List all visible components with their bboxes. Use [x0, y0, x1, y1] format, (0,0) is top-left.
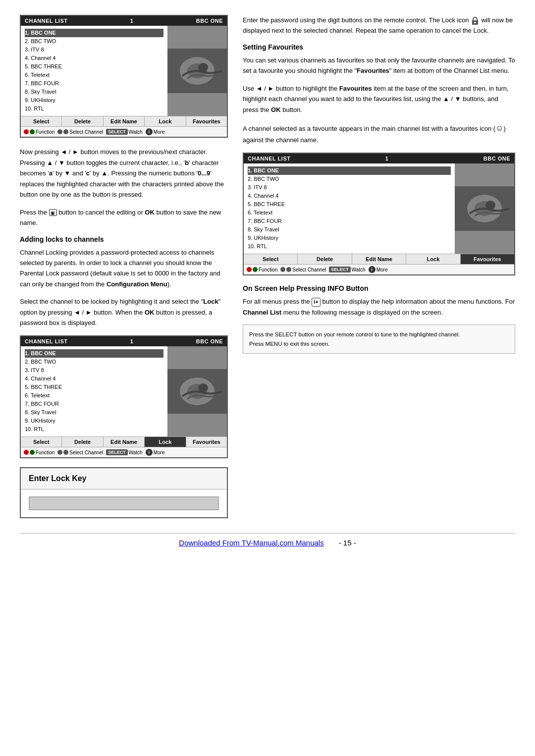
info-btn-icon: i+: [312, 298, 320, 306]
channel-item-3-10[interactable]: 10. RTL: [248, 242, 451, 251]
lock-button-2[interactable]: Lock: [145, 437, 186, 447]
channel-nav-2: Function Select Channel SELECT Watch i M…: [21, 447, 227, 457]
channel-item-1-8[interactable]: 8. Sky Travel: [25, 88, 163, 96]
channel-item-3-8[interactable]: 8. Sky Travel: [248, 225, 451, 234]
edit-name-button-1[interactable]: Edit Name: [104, 116, 145, 126]
delete-button-3[interactable]: Delete: [298, 254, 352, 264]
channel-item-1-10[interactable]: 10. RTL: [25, 105, 163, 113]
favourites-button-3[interactable]: Favourites: [461, 254, 514, 264]
channel-item-3-3[interactable]: 3. ITV 8: [248, 183, 451, 192]
page-number: - 15 -: [339, 539, 356, 547]
channel-footer-3: Select Delete Edit Name Lock Favourites …: [244, 254, 514, 274]
footer-link[interactable]: Downloaded From TV-Manual.com Manuals: [179, 539, 323, 547]
para2: Press the ▣ button to cancel the editing…: [20, 207, 228, 228]
channel-nav-1: Function Select Channel SELECT Watch i M…: [21, 127, 227, 137]
nav-select-channel-3: Select Channel: [280, 267, 326, 272]
circle-red-3: [247, 267, 252, 272]
channel-header-2: CHANNEL LIST 1 BBC ONE: [21, 336, 227, 346]
svg-rect-11: [474, 22, 476, 23]
select-badge-1: SELECT: [106, 129, 128, 135]
channel-thumb-2: [167, 346, 227, 436]
nav-more-3: i More: [369, 266, 388, 273]
channel-footer-2: Select Delete Edit Name Lock Favourites …: [21, 436, 227, 457]
enter-lock-box: Enter Lock Key: [20, 467, 228, 518]
channel-body-2: 1. BBC ONE 2. BBC TWO 3. ITV 8 4. Channe…: [21, 346, 227, 436]
channel-item-3-7[interactable]: 7. BBC FOUR: [248, 217, 451, 225]
channel-item-2-5[interactable]: 5. BBC THREE: [25, 383, 163, 391]
nav-select-channel-1: Select Channel: [57, 129, 103, 135]
channel-list-label-3: CHANNEL LIST: [248, 156, 290, 162]
channel-item-3-9[interactable]: 9. UKHistory: [248, 234, 451, 242]
channel-item-1-2[interactable]: 2. BBC TWO: [25, 37, 163, 46]
nav-more-1: i More: [146, 128, 165, 135]
channel-item-3-6[interactable]: 6. Teletext: [248, 209, 451, 217]
channel-item-2-8[interactable]: 8. Sky Travel: [25, 408, 163, 417]
lock-button-1[interactable]: Lock: [145, 116, 186, 126]
channel-list-1: 1. BBC ONE 2. BBC TWO 3. ITV 8 4. Channe…: [21, 26, 167, 116]
info-icon-2: i: [146, 449, 153, 456]
edit-name-button-2[interactable]: Edit Name: [104, 437, 145, 447]
select-button-3[interactable]: Select: [244, 254, 298, 264]
nav-watch-2: SELECT Watch: [106, 449, 142, 455]
section1-heading: Adding locks to channels: [20, 235, 228, 243]
left-column: CHANNEL LIST 1 BBC ONE 1. BBC ONE 2. BBC…: [20, 15, 228, 518]
channel-thumb-3: [455, 163, 514, 254]
delete-button-1[interactable]: Delete: [62, 116, 103, 126]
favourites-button-1[interactable]: Favourites: [186, 116, 227, 126]
info-icon-3: i: [369, 266, 375, 273]
channel-item-1-3[interactable]: 3. ITV 8: [25, 46, 163, 54]
channel-item-3-1[interactable]: 1. BBC ONE: [248, 166, 451, 175]
delete-button-2[interactable]: Delete: [62, 437, 103, 447]
channel-item-2-10[interactable]: 10. RTL: [25, 425, 163, 433]
channel-item-3-2[interactable]: 2. BBC TWO: [248, 175, 451, 183]
select-badge-2: SELECT: [106, 449, 128, 455]
section2-para3: A channel selected as a favourite appear…: [243, 122, 515, 146]
channel-buttons-3: Select Delete Edit Name Lock Favourites: [244, 254, 514, 265]
select-button-1[interactable]: Select: [21, 116, 62, 126]
channel-item-2-3[interactable]: 3. ITV 8: [25, 366, 163, 375]
circle-green-2: [30, 450, 35, 455]
channel-item-3-5[interactable]: 5. BBC THREE: [248, 200, 451, 209]
enter-lock-title: Enter Lock Key: [21, 468, 227, 489]
channel-body-3: 1. BBC ONE 2. BBC TWO 3. ITV 8 4. Channe…: [244, 163, 514, 254]
circle-3: [57, 450, 62, 455]
channel-item-1-9[interactable]: 9. UKHistory: [25, 96, 163, 105]
select-button-2[interactable]: Select: [21, 437, 62, 447]
channel-footer-1: Select Delete Edit Name Lock Favourites …: [21, 116, 227, 137]
enter-lock-input-area: [21, 489, 227, 517]
channel-item-1-1[interactable]: 1. BBC ONE: [25, 29, 163, 37]
lock-button-3[interactable]: Lock: [406, 254, 460, 264]
info-help-box: Press the SELECT button on your remote c…: [243, 324, 515, 354]
section3-para1: For all menus press the i+ button to dis…: [243, 296, 515, 318]
channel-item-1-4[interactable]: 4. Channel 4: [25, 54, 163, 62]
channel-number-3: 1: [385, 156, 389, 162]
smiley-icon: ☺: [495, 122, 503, 135]
favourites-button-2[interactable]: Favourites: [186, 437, 227, 447]
channel-buttons-1: Select Delete Edit Name Lock Favourites: [21, 116, 227, 127]
channel-item-2-7[interactable]: 7. BBC FOUR: [25, 400, 163, 408]
channel-box-2: CHANNEL LIST 1 BBC ONE 1. BBC ONE 2. BBC…: [20, 335, 228, 458]
menu-icon: ▣: [49, 209, 57, 216]
lock-key-input[interactable]: [29, 496, 219, 510]
section1-para1: Channel Locking provides a password-prot…: [20, 247, 228, 290]
channel-item-2-9[interactable]: 9. UKHistory: [25, 417, 163, 425]
channel-list-label-2: CHANNEL LIST: [25, 338, 67, 344]
edit-name-button-3[interactable]: Edit Name: [352, 254, 406, 264]
channel-item-1-6[interactable]: 6. Teletext: [25, 71, 163, 79]
channel-item-3-4[interactable]: 4. Channel 4: [248, 192, 451, 200]
circle-6: [286, 267, 291, 272]
channel-item-1-7[interactable]: 7. BBC FOUR: [25, 79, 163, 88]
channel-item-2-1[interactable]: 1. BBC ONE: [25, 349, 163, 358]
channel-nav-3: Function Select Channel SELECT Watch i M…: [244, 265, 514, 274]
channel-item-1-5[interactable]: 5. BBC THREE: [25, 62, 163, 71]
circle-green-1: [30, 129, 35, 134]
channel-item-2-6[interactable]: 6. Teletext: [25, 391, 163, 400]
channel-body-1: 1. BBC ONE 2. BBC TWO 3. ITV 8 4. Channe…: [21, 26, 227, 116]
channel-item-2-2[interactable]: 2. BBC TWO: [25, 358, 163, 366]
circle-2: [63, 129, 68, 134]
channel-item-2-4[interactable]: 4. Channel 4: [25, 375, 163, 383]
circle-5: [280, 267, 285, 272]
channel-header-1: CHANNEL LIST 1 BBC ONE: [21, 16, 227, 26]
channel-buttons-2: Select Delete Edit Name Lock Favourites: [21, 437, 227, 447]
channel-header-3: CHANNEL LIST 1 BBC ONE: [244, 154, 514, 163]
